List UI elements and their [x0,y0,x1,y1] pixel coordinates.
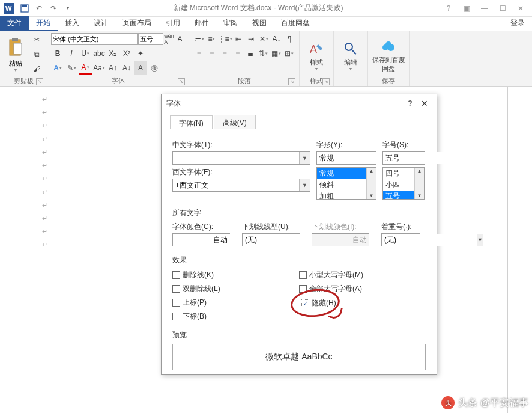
superscript-checkbox[interactable]: 上标(P) [172,298,299,308]
style-listbox[interactable]: 常规 倾斜 加粗 ▲▼ [316,167,376,200]
all-text-label: 所有文字 [172,208,426,218]
tab-layout[interactable]: 页面布局 [115,16,159,31]
dialog-close-icon[interactable]: ✕ [417,99,432,108]
small-caps-checkbox[interactable]: 小型大写字母(M) [299,270,426,280]
all-caps-checkbox[interactable]: 全部大写字母(A) [299,284,426,294]
svg-point-12 [385,41,391,47]
align-center-icon[interactable]: ≡ [206,47,219,60]
font-color-combo[interactable]: ▼ [172,233,230,246]
distribute-icon[interactable]: ≣ [244,47,257,60]
decrease-indent-icon[interactable]: ⇤ [232,32,244,46]
align-right-icon[interactable]: ≡ [219,47,231,60]
show-marks-icon[interactable]: ¶ [283,32,295,46]
underline-type-label: 下划线线型(U): [242,222,300,232]
redo-icon[interactable]: ↷ [47,2,60,15]
shading-icon[interactable]: ▦ [270,47,283,60]
char-border-icon[interactable]: A [175,32,185,46]
font-name-combo[interactable] [51,33,138,45]
borders-icon[interactable]: ⊞ [283,47,296,60]
tab-baidu[interactable]: 百度网盘 [274,16,317,31]
help-icon[interactable]: ? [442,4,455,13]
copy-icon[interactable]: ⧉ [30,47,43,61]
ribbon-options-icon[interactable]: ▣ [460,4,473,13]
clear-format-icon[interactable]: ✦ [134,47,147,60]
undo-icon[interactable]: ↶ [32,2,46,15]
font-dialog: 字体 ? ✕ 字体(N) 高级(V) 中文字体(T): ▼ 字形(Y): [161,94,437,375]
tab-design[interactable]: 设计 [86,16,115,31]
line-spacing-icon[interactable]: ⇅ [258,47,270,60]
styles-button[interactable]: A 样式 ▼ [303,32,330,76]
dialog-title-bar[interactable]: 字体 ? ✕ [162,94,437,112]
chevron-down-icon[interactable]: ▼ [299,152,310,164]
sort-icon[interactable]: A↓ [270,32,282,46]
save-baidu-button[interactable]: 保存到百度网盘 [372,32,405,76]
underline-button[interactable]: U [79,47,92,60]
size-listbox[interactable]: 四号 小四 五号 ▲▼ [382,167,425,200]
tab-references[interactable]: 引用 [159,16,187,31]
increase-indent-icon[interactable]: ⇥ [245,32,257,46]
align-left-icon[interactable]: ≡ [193,47,205,60]
cut-icon[interactable]: ✂ [30,33,43,46]
superscript-button[interactable]: X² [120,47,133,60]
dialog-tab-font[interactable]: 字体(N) [170,115,213,129]
editing-button[interactable]: 编辑 ▼ [337,32,364,76]
italic-button[interactable]: I [65,47,78,60]
font-color-icon[interactable]: A [79,61,92,75]
western-font-combo[interactable]: ▼ [172,179,310,192]
login-button[interactable]: 登录 [503,16,532,31]
minimize-icon[interactable]: — [478,4,491,13]
tab-file[interactable]: 文件 [0,16,29,31]
tab-mailings[interactable]: 邮件 [187,16,216,31]
save-icon[interactable] [18,2,31,15]
justify-icon[interactable]: ≡ [232,47,244,60]
phonetic-icon[interactable]: wénA [164,32,174,46]
scroll-down-icon[interactable]: ▼ [369,192,374,199]
paste-icon [7,37,24,58]
clipboard-launcher-icon[interactable]: ↘ [36,78,43,85]
size-combo[interactable] [382,151,425,165]
maximize-icon[interactable]: ☐ [496,4,509,13]
chevron-down-icon[interactable]: ▼ [299,179,310,191]
scroll-down-icon[interactable]: ▼ [417,192,422,199]
multilevel-icon[interactable]: ⋮≡ [219,32,232,46]
strike-button[interactable]: abc [92,47,106,60]
scroll-up-icon[interactable]: ▲ [369,168,374,174]
shrink-font-icon[interactable]: A↓ [120,61,133,75]
tab-review[interactable]: 审阅 [216,16,245,31]
font-size-combo[interactable] [138,33,163,45]
numbering-icon[interactable]: ≡ [205,32,217,46]
styles-launcher-icon[interactable]: ↘ [322,78,330,85]
char-shading-icon[interactable]: A [134,61,147,75]
format-painter-icon[interactable]: 🖌 [30,63,43,76]
double-strike-checkbox[interactable]: 双删除线(L) [172,284,299,294]
enclosed-char-icon[interactable]: ㊝ [148,61,161,75]
bullets-icon[interactable]: ≔ [193,32,205,46]
close-icon[interactable]: ✕ [514,4,527,13]
scroll-up-icon[interactable]: ▲ [417,168,422,174]
svg-rect-6 [14,43,22,54]
highlight-icon[interactable]: ✎ [65,61,78,75]
asian-layout-icon[interactable]: ✕ [258,32,270,46]
dialog-tab-advanced[interactable]: 高级(V) [214,115,256,129]
underline-type-combo[interactable]: ▼ [242,233,300,246]
text-effects-icon[interactable]: A [51,61,64,75]
font-launcher-icon[interactable]: ↘ [178,78,185,85]
tab-view[interactable]: 视图 [245,16,274,31]
change-case-icon[interactable]: Aa [92,61,106,75]
emphasis-combo[interactable]: ▼ [381,233,420,246]
subscript-checkbox[interactable]: 下标(B) [172,311,299,322]
dialog-help-icon[interactable]: ? [403,99,417,108]
bold-button[interactable]: B [51,47,64,60]
grow-font-icon[interactable]: A↑ [106,61,119,75]
tab-home[interactable]: 开始 [29,16,58,31]
chevron-down-icon[interactable]: ▼ [477,234,483,246]
style-combo[interactable] [316,151,376,165]
qat-customize-icon[interactable]: ▼ [61,2,74,15]
paste-button[interactable]: 粘贴 ▼ [4,32,28,76]
subscript-button[interactable]: X₂ [106,47,119,60]
hidden-checkbox[interactable]: 隐藏(H) [301,298,423,308]
paragraph-launcher-icon[interactable]: ↘ [288,78,295,85]
tab-insert[interactable]: 插入 [58,16,86,31]
chinese-font-combo[interactable]: ▼ [172,151,310,165]
strike-checkbox[interactable]: 删除线(K) [172,270,299,280]
